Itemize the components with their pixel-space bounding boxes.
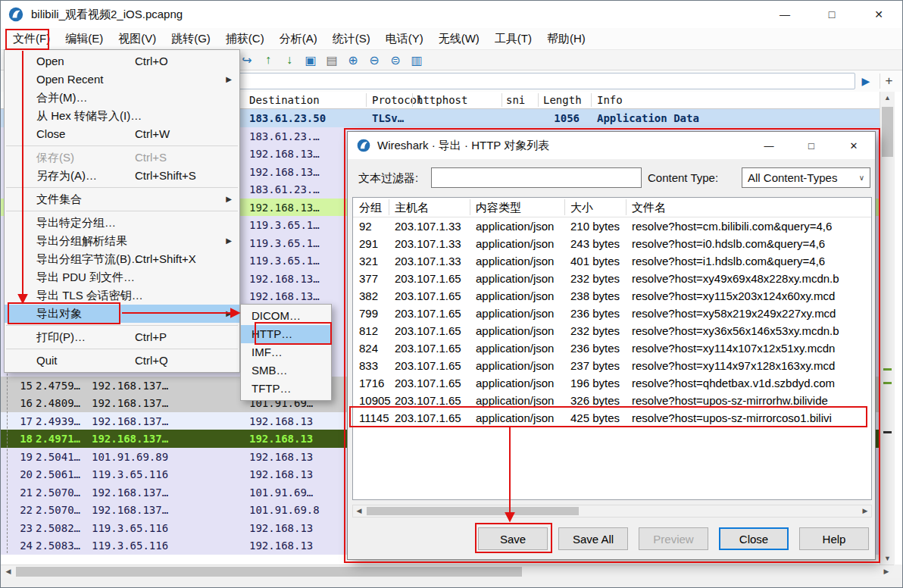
- file-menu-item-import-hex-dump[interactable]: 从 Hex 转储导入(I)…: [5, 107, 239, 125]
- export-submenu-item-smb[interactable]: SMB…: [241, 361, 331, 380]
- object-table-horizontal-scrollbar[interactable]: ◀ ▶: [352, 505, 872, 518]
- dialog-close-button[interactable]: ✕: [833, 132, 875, 159]
- file-menu-item-export-tls-session-keys[interactable]: 导出 TLS 会话密钥…: [5, 286, 239, 305]
- scroll-left-icon[interactable]: ◀: [353, 505, 365, 517]
- menubar-item-capture[interactable]: 捕获(C): [218, 30, 272, 48]
- column-header-protocol[interactable]: Protocol: [372, 92, 423, 108]
- file-menu-item-open-recent[interactable]: Open Recent▶: [5, 70, 239, 89]
- file-menu-item-print[interactable]: 打印(P)…Ctrl+P: [5, 328, 239, 346]
- column-header-destination[interactable]: Destination: [249, 92, 320, 108]
- save-all-button[interactable]: Save All: [558, 527, 628, 550]
- menubar-item-statistics[interactable]: 统计(S): [325, 30, 378, 48]
- export-submenu-item-dicom[interactable]: DICOM…: [241, 307, 331, 325]
- file-menu-item-close[interactable]: CloseCtrl+W: [5, 125, 239, 143]
- close-button[interactable]: ✕: [855, 1, 902, 28]
- object-cell: 238 bytes: [570, 287, 620, 305]
- preview-button[interactable]: Preview: [639, 527, 708, 550]
- object-row[interactable]: 11145203.107.1.65application/json425 byt…: [353, 409, 871, 427]
- object-row[interactable]: 824203.107.1.65application/json236 bytes…: [353, 339, 871, 357]
- zoom-in-icon[interactable]: ⊕: [343, 51, 363, 69]
- column-header-length[interactable]: Length: [543, 92, 582, 108]
- export-submenu-item-http[interactable]: HTTP…: [241, 325, 331, 343]
- object-column-header-4[interactable]: 文件名: [632, 198, 666, 217]
- column-separator[interactable]: [538, 93, 539, 107]
- colorize-icon[interactable]: ▤: [322, 51, 342, 69]
- text-filter-input[interactable]: [431, 167, 642, 188]
- object-column-header-2[interactable]: 内容类型: [476, 198, 521, 217]
- horizontal-scroll-thumb[interactable]: [16, 567, 522, 577]
- object-row[interactable]: 10905203.107.1.65application/json326 byt…: [353, 392, 871, 409]
- export-submenu-item-tftp[interactable]: TFTP…: [241, 380, 331, 398]
- column-separator[interactable]: [626, 199, 626, 215]
- menubar-item-tools[interactable]: 工具(T): [487, 30, 539, 48]
- help-button[interactable]: Help: [799, 527, 869, 550]
- object-row[interactable]: 833203.107.1.65application/json237 bytes…: [353, 357, 871, 374]
- minimize-button[interactable]: —: [761, 1, 808, 28]
- column-separator[interactable]: [366, 93, 367, 107]
- column-header-httphost[interactable]: httphost: [417, 92, 467, 108]
- object-row[interactable]: 382203.107.1.65application/json238 bytes…: [353, 287, 871, 305]
- object-table-scroll-thumb[interactable]: [367, 507, 579, 515]
- column-separator[interactable]: [412, 93, 413, 107]
- file-menu-item-export-packet-bytes[interactable]: 导出分组字节流(B)…Ctrl+Shift+X: [5, 250, 239, 268]
- object-row[interactable]: 92203.107.1.33application/json210 bytesr…: [353, 217, 871, 235]
- vertical-scroll-thumb[interactable]: [882, 107, 893, 157]
- object-row[interactable]: 377203.107.1.65application/json232 bytes…: [353, 270, 871, 287]
- file-menu-item-quit[interactable]: QuitCtrl+Q: [5, 352, 239, 370]
- menubar-item-go[interactable]: 跳转(G): [164, 30, 218, 48]
- scroll-right-icon[interactable]: ▶: [859, 505, 871, 517]
- dialog-maximize-button[interactable]: □: [790, 132, 833, 159]
- column-separator[interactable]: [501, 93, 502, 107]
- scroll-left-icon[interactable]: ◀: [2, 565, 14, 578]
- maximize-button[interactable]: □: [808, 1, 855, 28]
- scroll-up-icon[interactable]: ▲: [880, 92, 895, 104]
- scroll-down-icon[interactable]: ▼: [880, 552, 895, 565]
- file-menu-item-open[interactable]: OpenCtrl+O: [5, 52, 239, 70]
- file-menu-item-export-pdus-to-file[interactable]: 导出 PDU 到文件…: [5, 268, 239, 286]
- dialog-minimize-button[interactable]: —: [748, 132, 790, 159]
- save-button[interactable]: Save: [478, 527, 548, 550]
- column-header-info[interactable]: Info: [597, 92, 623, 108]
- object-column-header-0[interactable]: 分组: [359, 198, 382, 217]
- content-type-select[interactable]: All Content-Types ∨: [742, 167, 870, 188]
- menubar-item-telephony[interactable]: 电话(Y): [378, 30, 431, 48]
- object-row[interactable]: 1716203.107.1.65application/json196 byte…: [353, 374, 871, 392]
- menubar-item-help[interactable]: 帮助(H): [539, 30, 593, 48]
- go-top-icon[interactable]: ↑: [258, 51, 278, 69]
- menubar-item-analyze[interactable]: 分析(A): [272, 30, 325, 48]
- column-separator[interactable]: [470, 199, 470, 215]
- zoom-out-icon[interactable]: ⊖: [364, 51, 384, 69]
- scroll-right-icon[interactable]: ▶: [880, 565, 892, 578]
- horizontal-scrollbar[interactable]: ◀ ▶: [1, 565, 894, 578]
- menubar-item-file[interactable]: 文件(F): [5, 30, 58, 48]
- object-row[interactable]: 799203.107.1.65application/json236 bytes…: [353, 305, 871, 322]
- resize-columns-icon[interactable]: ▥: [407, 51, 427, 69]
- object-column-header-1[interactable]: 主机名: [395, 198, 429, 217]
- column-separator[interactable]: [591, 93, 592, 107]
- file-menu-item-export-packet-dissections[interactable]: 导出分组解析结果▶: [5, 232, 239, 250]
- zoom-original-icon[interactable]: ⊜: [386, 51, 405, 69]
- close-button[interactable]: Close: [719, 527, 789, 550]
- object-row[interactable]: 812203.107.1.65application/json232 bytes…: [353, 322, 871, 339]
- file-menu-item-export-specified-packets[interactable]: 导出特定分组…: [5, 214, 239, 232]
- autoscroll-icon[interactable]: ▣: [301, 51, 320, 69]
- object-row[interactable]: 321203.107.1.33application/json401 bytes…: [353, 252, 871, 270]
- add-filter-button[interactable]: +: [880, 74, 898, 89]
- column-separator[interactable]: [389, 199, 389, 215]
- file-menu-item-save[interactable]: 保存(S)Ctrl+S: [5, 149, 239, 167]
- menubar-item-edit[interactable]: 编辑(E): [58, 30, 111, 48]
- column-header-sni[interactable]: sni: [506, 92, 525, 108]
- file-menu-item-merge[interactable]: 合并(M)…: [5, 89, 239, 107]
- file-menu-item-export-objects[interactable]: 导出对象▶: [5, 305, 239, 323]
- apply-filter-icon[interactable]: ▶: [855, 75, 876, 87]
- menubar-item-view[interactable]: 视图(V): [111, 30, 164, 48]
- file-menu-item-save-as[interactable]: 另存为(A)…Ctrl+Shift+S: [5, 167, 239, 185]
- object-column-header-3[interactable]: 大小: [570, 198, 593, 217]
- object-row[interactable]: 291203.107.1.33application/json243 bytes…: [353, 235, 871, 252]
- go-bottom-icon[interactable]: ↓: [280, 51, 299, 69]
- vertical-scrollbar[interactable]: ▲ ▼: [880, 92, 895, 565]
- file-menu-item-file-set[interactable]: 文件集合▶: [5, 190, 239, 208]
- export-submenu-item-imf[interactable]: IMF…: [241, 343, 331, 361]
- column-separator[interactable]: [564, 199, 565, 215]
- menubar-item-wireless[interactable]: 无线(W): [431, 30, 487, 48]
